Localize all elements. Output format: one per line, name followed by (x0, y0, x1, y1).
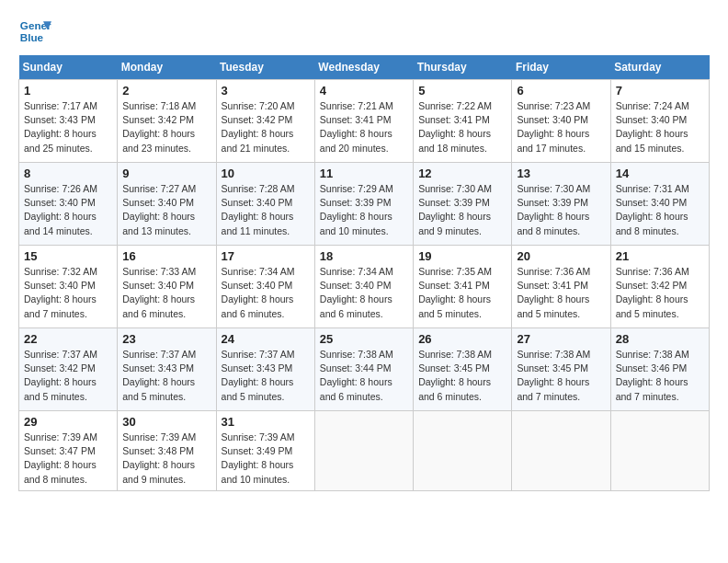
day-number: 28 (616, 332, 704, 346)
calendar-week-1: 1 Sunrise: 7:17 AMSunset: 3:43 PMDayligh… (19, 80, 710, 163)
day-header-friday: Friday (512, 55, 610, 80)
calendar-cell: 1 Sunrise: 7:17 AMSunset: 3:43 PMDayligh… (19, 80, 118, 163)
day-number: 29 (24, 415, 112, 429)
day-info: Sunrise: 7:38 AMSunset: 3:45 PMDaylight:… (418, 349, 492, 402)
day-info: Sunrise: 7:32 AMSunset: 3:40 PMDaylight:… (24, 266, 97, 319)
day-number: 19 (418, 249, 506, 263)
day-number: 6 (517, 84, 605, 98)
calendar-cell: 14 Sunrise: 7:31 AMSunset: 3:40 PMDaylig… (610, 163, 709, 246)
calendar-cell: 20 Sunrise: 7:36 AMSunset: 3:41 PMDaylig… (512, 246, 610, 328)
calendar-cell: 5 Sunrise: 7:22 AMSunset: 3:41 PMDayligh… (414, 80, 512, 163)
logo: General Blue (18, 15, 51, 48)
day-number: 2 (122, 84, 210, 98)
day-number: 13 (517, 167, 605, 180)
day-header-thursday: Thursday (414, 55, 512, 80)
day-number: 31 (222, 415, 310, 429)
calendar-cell: 24 Sunrise: 7:37 AMSunset: 3:43 PMDaylig… (216, 328, 314, 411)
calendar-cell: 2 Sunrise: 7:18 AMSunset: 3:42 PMDayligh… (118, 80, 216, 163)
svg-text:Blue: Blue (20, 31, 44, 43)
day-info: Sunrise: 7:34 AMSunset: 3:40 PMDaylight:… (320, 266, 393, 319)
calendar-cell: 7 Sunrise: 7:24 AMSunset: 3:40 PMDayligh… (610, 80, 709, 163)
day-info: Sunrise: 7:37 AMSunset: 3:43 PMDaylight:… (222, 349, 295, 402)
day-info: Sunrise: 7:37 AMSunset: 3:42 PMDaylight:… (24, 349, 97, 402)
day-info: Sunrise: 7:36 AMSunset: 3:41 PMDaylight:… (517, 266, 590, 319)
day-info: Sunrise: 7:24 AMSunset: 3:40 PMDaylight:… (616, 100, 689, 154)
day-header-sunday: Sunday (19, 55, 118, 80)
calendar-cell: 25 Sunrise: 7:38 AMSunset: 3:44 PMDaylig… (314, 328, 413, 411)
day-info: Sunrise: 7:34 AMSunset: 3:40 PMDaylight:… (222, 266, 295, 319)
logo-icon: General Blue (18, 15, 51, 48)
day-number: 26 (418, 332, 506, 346)
day-number: 16 (122, 249, 210, 263)
day-info: Sunrise: 7:39 AMSunset: 3:47 PMDaylight:… (24, 431, 97, 485)
day-number: 10 (222, 167, 310, 180)
day-info: Sunrise: 7:31 AMSunset: 3:40 PMDaylight:… (616, 183, 689, 236)
day-number: 5 (418, 84, 506, 98)
calendar-cell: 12 Sunrise: 7:30 AMSunset: 3:39 PMDaylig… (414, 163, 512, 246)
calendar-week-3: 15 Sunrise: 7:32 AMSunset: 3:40 PMDaylig… (19, 246, 710, 328)
calendar-week-5: 29 Sunrise: 7:39 AMSunset: 3:47 PMDaylig… (19, 411, 710, 491)
day-info: Sunrise: 7:18 AMSunset: 3:42 PMDaylight:… (122, 100, 196, 154)
calendar-week-2: 8 Sunrise: 7:26 AMSunset: 3:40 PMDayligh… (19, 163, 710, 246)
day-number: 25 (320, 332, 408, 346)
day-number: 18 (320, 249, 408, 263)
calendar-cell: 15 Sunrise: 7:32 AMSunset: 3:40 PMDaylig… (19, 246, 118, 328)
day-info: Sunrise: 7:36 AMSunset: 3:42 PMDaylight:… (616, 266, 689, 319)
calendar-cell: 21 Sunrise: 7:36 AMSunset: 3:42 PMDaylig… (610, 246, 709, 328)
calendar-cell: 23 Sunrise: 7:37 AMSunset: 3:43 PMDaylig… (118, 328, 216, 411)
day-number: 21 (616, 249, 704, 263)
day-header-monday: Monday (118, 55, 216, 80)
calendar-cell: 19 Sunrise: 7:35 AMSunset: 3:41 PMDaylig… (414, 246, 512, 328)
day-info: Sunrise: 7:26 AMSunset: 3:40 PMDaylight:… (24, 183, 97, 236)
calendar-week-4: 22 Sunrise: 7:37 AMSunset: 3:42 PMDaylig… (19, 328, 710, 411)
day-number: 15 (24, 249, 112, 263)
day-info: Sunrise: 7:39 AMSunset: 3:48 PMDaylight:… (122, 431, 196, 485)
day-number: 3 (222, 84, 310, 98)
day-info: Sunrise: 7:30 AMSunset: 3:39 PMDaylight:… (517, 183, 590, 236)
calendar-cell (610, 411, 709, 491)
day-number: 22 (24, 332, 112, 346)
calendar-cell: 8 Sunrise: 7:26 AMSunset: 3:40 PMDayligh… (19, 163, 118, 246)
day-number: 30 (122, 415, 210, 429)
day-header-saturday: Saturday (610, 55, 709, 80)
header: General Blue (18, 15, 710, 48)
calendar-cell: 10 Sunrise: 7:28 AMSunset: 3:40 PMDaylig… (216, 163, 314, 246)
day-info: Sunrise: 7:28 AMSunset: 3:40 PMDaylight:… (222, 183, 295, 236)
day-info: Sunrise: 7:29 AMSunset: 3:39 PMDaylight:… (320, 183, 393, 236)
calendar-cell: 22 Sunrise: 7:37 AMSunset: 3:42 PMDaylig… (19, 328, 118, 411)
day-header-tuesday: Tuesday (216, 55, 314, 80)
day-number: 23 (122, 332, 210, 346)
day-number: 4 (320, 84, 408, 98)
day-info: Sunrise: 7:37 AMSunset: 3:43 PMDaylight:… (122, 349, 196, 402)
calendar-cell: 27 Sunrise: 7:38 AMSunset: 3:45 PMDaylig… (512, 328, 610, 411)
day-info: Sunrise: 7:39 AMSunset: 3:49 PMDaylight:… (222, 431, 295, 485)
calendar-cell: 17 Sunrise: 7:34 AMSunset: 3:40 PMDaylig… (216, 246, 314, 328)
calendar-cell: 9 Sunrise: 7:27 AMSunset: 3:40 PMDayligh… (118, 163, 216, 246)
calendar-cell: 30 Sunrise: 7:39 AMSunset: 3:48 PMDaylig… (118, 411, 216, 491)
day-info: Sunrise: 7:38 AMSunset: 3:45 PMDaylight:… (517, 349, 590, 402)
calendar-cell: 28 Sunrise: 7:38 AMSunset: 3:46 PMDaylig… (610, 328, 709, 411)
day-number: 7 (616, 84, 704, 98)
day-info: Sunrise: 7:33 AMSunset: 3:40 PMDaylight:… (122, 266, 196, 319)
calendar-cell: 31 Sunrise: 7:39 AMSunset: 3:49 PMDaylig… (216, 411, 314, 491)
day-number: 11 (320, 167, 408, 180)
day-number: 9 (122, 167, 210, 180)
calendar-table: SundayMondayTuesdayWednesdayThursdayFrid… (18, 55, 710, 491)
calendar-cell: 6 Sunrise: 7:23 AMSunset: 3:40 PMDayligh… (512, 80, 610, 163)
day-number: 27 (517, 332, 605, 346)
calendar-cell: 26 Sunrise: 7:38 AMSunset: 3:45 PMDaylig… (414, 328, 512, 411)
calendar-cell (414, 411, 512, 491)
day-info: Sunrise: 7:22 AMSunset: 3:41 PMDaylight:… (418, 100, 492, 154)
day-number: 12 (418, 167, 506, 180)
calendar-cell: 18 Sunrise: 7:34 AMSunset: 3:40 PMDaylig… (314, 246, 413, 328)
calendar-cell: 4 Sunrise: 7:21 AMSunset: 3:41 PMDayligh… (314, 80, 413, 163)
day-number: 14 (616, 167, 704, 180)
day-info: Sunrise: 7:17 AMSunset: 3:43 PMDaylight:… (24, 100, 97, 154)
day-info: Sunrise: 7:23 AMSunset: 3:40 PMDaylight:… (517, 100, 590, 154)
day-info: Sunrise: 7:27 AMSunset: 3:40 PMDaylight:… (122, 183, 196, 236)
calendar-cell (314, 411, 413, 491)
day-header-wednesday: Wednesday (314, 55, 413, 80)
day-number: 1 (24, 84, 112, 98)
calendar-cell: 29 Sunrise: 7:39 AMSunset: 3:47 PMDaylig… (19, 411, 118, 491)
day-info: Sunrise: 7:30 AMSunset: 3:39 PMDaylight:… (418, 183, 492, 236)
